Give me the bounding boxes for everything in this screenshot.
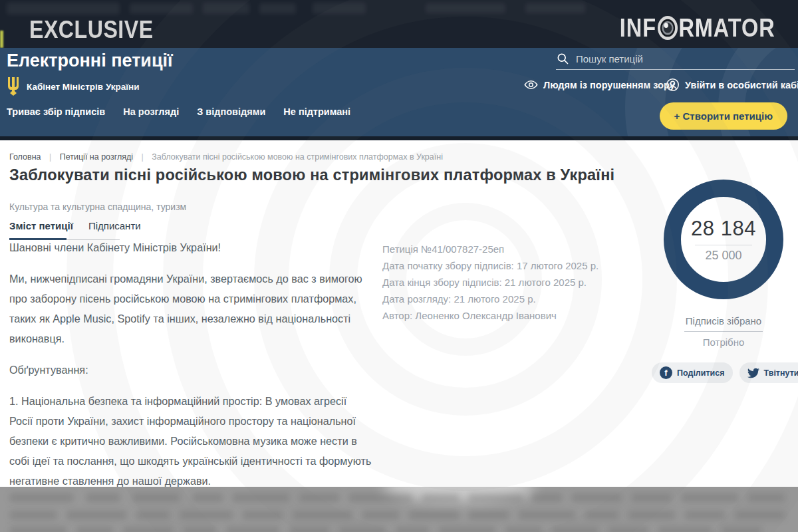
edge-artifact (0, 31, 3, 48)
nav-item-not-supported[interactable]: Не підтримані (283, 106, 350, 117)
login-link[interactable]: Увійти в особистий кабінет (666, 78, 798, 92)
page-title: Заблокувати пісні російською мовою на ст… (9, 166, 628, 184)
blurred-text-blob (180, 511, 233, 519)
blurred-text-blob (608, 527, 648, 532)
petition-author: Автор: Леоненко Олександр Іванович (382, 307, 598, 324)
search-icon (556, 52, 569, 65)
petition-review-date: Дата розгляду: 21 лютого 2025 р. (382, 291, 598, 307)
blurred-tab-blob (7, 3, 120, 15)
blurred-text-blob (685, 511, 725, 519)
blurred-text-blob (299, 493, 339, 502)
petition-number: Петиція №41/007827-25еп (382, 241, 598, 257)
main-nav: Триває збір підписів На розгляді З відпо… (7, 106, 350, 117)
blurred-tab-blob (130, 3, 193, 14)
blurred-text-blob (585, 511, 618, 519)
blurred-text-blob (748, 493, 785, 502)
breadcrumb-current: Заблокувати пісні російською мовою на ст… (152, 152, 443, 162)
blurred-text-blob (469, 511, 509, 519)
blurred-text-blob (349, 493, 412, 502)
blurred-tab-blob (259, 3, 296, 14)
blurred-tab-blob (525, 3, 585, 13)
blurred-text-blob (632, 493, 672, 502)
header-bottom-edge (0, 136, 798, 140)
org-line: Кабінет Міністрів України (7, 77, 140, 96)
blurred-text-blob (735, 511, 785, 519)
twitter-icon (747, 367, 759, 379)
blurred-text-blob (183, 527, 216, 532)
signature-progress-ring: 28 184 25 000 (664, 180, 783, 299)
blurred-text-blob (682, 493, 738, 502)
petition-category: Культура та культурна спадщина, туризм (9, 201, 186, 212)
labels-divider (684, 331, 763, 332)
breadcrumb-separator: | (49, 152, 51, 162)
blurred-text-blob (519, 511, 575, 519)
blurred-text-blob (339, 527, 386, 532)
petition-paragraph: Ми, нижчепідписані громадяни України, зв… (9, 269, 372, 348)
informator-logo-left: INF (620, 13, 656, 43)
signatures-collected-count: 28 184 (691, 217, 756, 241)
blurred-text-blob (10, 493, 73, 502)
share-buttons: f Поділитися Твітнути (652, 362, 798, 383)
nav-item-in-review[interactable]: На розгляді (123, 106, 179, 117)
nav-item-collecting[interactable]: Триває збір підписів (7, 106, 105, 117)
site-header: Електронні петиції Кабінет Міністрів Укр… (0, 48, 798, 136)
share-twitter-button[interactable]: Твітнути (739, 362, 798, 383)
blurred-text-blob (226, 527, 279, 532)
blurred-tab-blob (203, 3, 249, 14)
accessibility-link[interactable]: Людям із порушенням зору (524, 78, 675, 92)
blurred-text-blob (396, 527, 429, 532)
blurred-text-blob (133, 493, 180, 502)
eye-icon (524, 78, 538, 92)
blurred-text-blob (10, 511, 57, 519)
blurred-text-blob (362, 511, 399, 519)
informator-logo: INF RMATOR (620, 13, 775, 43)
news-top-bar: EXCLUSIVE INF RMATOR (0, 0, 798, 48)
breadcrumb-home[interactable]: Головна (9, 152, 41, 162)
blurred-text-blob (658, 527, 712, 532)
signatures-required-label: Потрібно (664, 336, 783, 348)
trident-icon (7, 77, 20, 96)
blurred-text-blob (193, 493, 223, 502)
petition-salutation: Шановні члени Кабінету Міністрів України… (9, 237, 372, 257)
petition-paragraph: 1. Національна безпека та інформаційний … (9, 391, 372, 491)
tab-petition-content[interactable]: Зміст петиції (9, 220, 73, 237)
breadcrumb-section[interactable]: Петиції на розгляді (60, 152, 133, 162)
blurred-text-blob (136, 511, 170, 519)
petition-start-date: Дата початку збору підписів: 17 лютого 2… (382, 257, 598, 274)
signatures-collected-label: Підписів зібрано (664, 315, 783, 327)
blurred-text-blob (572, 493, 622, 502)
create-petition-button[interactable]: + Створити петицію (660, 102, 787, 130)
signatures-required-count: 25 000 (705, 249, 741, 263)
blurred-text-blob (10, 527, 66, 532)
blurred-text-blob (469, 493, 522, 502)
blurred-text-blob (552, 527, 598, 532)
breadcrumb-separator: | (142, 152, 144, 162)
breadcrumb: Головна | Петиції на розгляді | Заблокув… (9, 152, 443, 162)
blurred-text-blob (532, 493, 562, 502)
facebook-icon: f (660, 366, 672, 379)
exclusive-watermark: EXCLUSIVE (29, 15, 154, 43)
blurred-tab-blob (426, 3, 505, 13)
petition-paragraph: Обґрунтування: (9, 360, 372, 380)
blurred-text-blob (409, 511, 459, 519)
informator-logo-right: RMATOR (679, 13, 775, 43)
search-field (556, 52, 795, 70)
nav-item-answered[interactable]: З відповідями (197, 106, 265, 117)
user-icon (666, 78, 680, 92)
accessibility-label: Людям із порушенням зору (543, 80, 675, 90)
blurred-text-blob (293, 511, 352, 519)
news-footer-bar (0, 487, 798, 532)
signature-labels: Підписів зібрано Потрібно (664, 315, 783, 348)
share-facebook-button[interactable]: f Поділитися (652, 362, 733, 383)
tab-signers[interactable]: Підписанти (88, 220, 141, 237)
ring-divider (695, 245, 752, 245)
blurred-text-blob (66, 511, 126, 519)
share-twitter-label: Твітнути (764, 368, 798, 378)
search-input[interactable] (575, 53, 795, 65)
blurred-text-blob (422, 493, 459, 502)
blurred-text-blob (123, 527, 173, 532)
content-tabs: Зміст петиції Підписанти (9, 220, 141, 237)
blurred-text-blob (439, 527, 495, 532)
screenshot-root: EXCLUSIVE INF RMATOR Електронні петиції … (0, 0, 798, 532)
site-title: Електронні петиції (7, 51, 173, 71)
